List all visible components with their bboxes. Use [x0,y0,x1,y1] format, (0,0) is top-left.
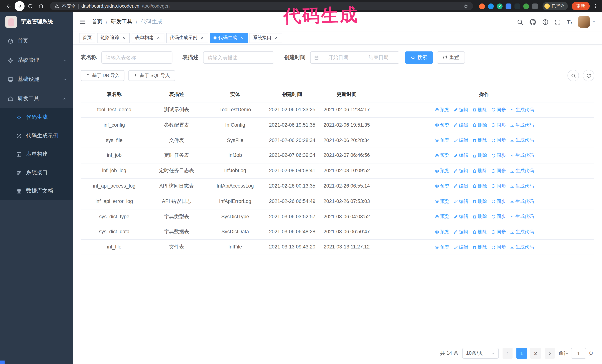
generate-code-link[interactable]: 生成代码 [510,167,534,175]
edit-link[interactable]: 编辑 [453,106,468,114]
generate-code-link[interactable]: 生成代码 [510,106,534,114]
sidebar-subitem[interactable]: 数据库文档 [0,182,73,200]
reload-button[interactable] [25,1,35,11]
paused-badge[interactable]: 已暂停 [543,2,568,10]
edit-link[interactable]: 编辑 [453,228,468,236]
tag[interactable]: 代码生成示例 [166,33,208,43]
edit-link[interactable]: 编辑 [453,122,468,129]
tag-close-icon[interactable] [273,35,279,41]
generate-code-link[interactable]: 生成代码 [510,183,534,190]
edit-link[interactable]: 编辑 [453,243,468,251]
avatar-dropdown[interactable] [578,16,596,28]
page-number-button[interactable]: 1 [516,348,527,359]
address-bar[interactable]: 不安全 dashboard.yudao.iocoder.cn/tool/code… [50,2,473,10]
page-size-select[interactable]: 10条/页 [462,348,499,359]
sync-link[interactable]: 同步 [491,152,506,159]
sync-link[interactable]: 同步 [491,106,506,114]
table-name-input[interactable] [101,52,172,64]
tag[interactable]: 表单构建 [132,33,164,43]
sidebar-subitem[interactable]: 表单构建 [0,145,73,163]
tag-close-icon[interactable] [239,35,244,41]
table-desc-input[interactable] [203,52,274,64]
sidebar-subitem[interactable]: 代码生成 [0,108,73,126]
goto-page-input[interactable] [571,348,586,359]
app-logo[interactable]: 芋道管理系统 [0,12,73,31]
date-range-picker[interactable]: 开始日期 - 结束日期 [310,52,399,64]
delete-link[interactable]: 删除 [472,122,487,129]
edit-link[interactable]: 编辑 [453,198,468,205]
page-number-button[interactable]: 2 [530,348,541,359]
search-button[interactable]: 搜索 [405,52,433,64]
github-icon[interactable] [529,18,536,25]
preview-link[interactable]: 预览 [434,106,449,114]
generate-code-link[interactable]: 生成代码 [510,198,534,205]
font-size-icon[interactable]: TT [567,19,572,25]
generate-code-link[interactable]: 生成代码 [510,243,534,251]
extension-icon[interactable] [479,3,485,9]
preview-link[interactable]: 预览 [434,152,449,159]
tag[interactable]: 首页 [79,33,95,43]
generate-code-link[interactable]: 生成代码 [510,228,534,236]
delete-link[interactable]: 删除 [472,243,487,251]
search-icon[interactable] [516,19,523,25]
preview-link[interactable]: 预览 [434,167,449,175]
delete-link[interactable]: 删除 [472,198,487,205]
delete-link[interactable]: 删除 [472,167,487,175]
browser-menu-icon[interactable] [593,3,598,9]
breadcrumb-home[interactable]: 首页 [92,18,102,25]
prev-page-button[interactable] [503,348,513,359]
fullscreen-icon[interactable] [554,19,561,25]
sync-link[interactable]: 同步 [491,228,506,236]
generate-code-link[interactable]: 生成代码 [510,152,534,159]
forward-button[interactable] [15,1,25,11]
bookmark-star-icon[interactable] [463,4,468,9]
edit-link[interactable]: 编辑 [453,137,468,144]
preview-link[interactable]: 预览 [434,122,449,129]
tag-close-icon[interactable] [199,35,205,41]
preview-link[interactable]: 预览 [434,228,449,236]
generate-code-link[interactable]: 生成代码 [510,213,534,220]
home-button[interactable] [36,1,46,11]
sync-link[interactable]: 同步 [491,243,506,251]
extension-icon[interactable] [488,3,494,9]
generate-code-link[interactable]: 生成代码 [510,122,534,129]
delete-link[interactable]: 删除 [472,183,487,190]
sidebar-item[interactable]: 研发工具 [0,89,73,108]
tag-close-icon[interactable] [155,35,161,41]
tag[interactable]: 系统接口 [249,33,282,43]
delete-link[interactable]: 删除 [472,213,487,220]
help-icon[interactable] [542,19,548,25]
tag[interactable]: 代码生成 [210,33,248,43]
preview-link[interactable]: 预览 [434,213,449,220]
extension-icon[interactable] [514,3,520,9]
edit-link[interactable]: 编辑 [453,213,468,220]
tag[interactable]: 链路追踪 [97,33,130,43]
sync-link[interactable]: 同步 [491,137,506,144]
next-page-button[interactable] [545,348,555,359]
delete-link[interactable]: 删除 [472,106,487,114]
extension-icon[interactable]: V [497,3,503,9]
generate-code-link[interactable]: 生成代码 [510,137,534,144]
sidebar-subitem[interactable]: 系统接口 [0,164,73,182]
preview-link[interactable]: 预览 [434,243,449,251]
extension-icon[interactable] [506,3,511,9]
reset-button[interactable]: 重置 [437,52,465,64]
extension-icon[interactable] [523,3,529,9]
edit-link[interactable]: 编辑 [453,167,468,175]
import-db-button[interactable]: 基于 DB 导入 [81,70,124,81]
sidebar-item[interactable]: 首页 [0,31,73,51]
preview-link[interactable]: 预览 [434,198,449,205]
preview-link[interactable]: 预览 [434,137,449,144]
tag-close-icon[interactable] [121,35,126,41]
refresh-table-button[interactable] [583,70,594,81]
import-sql-button[interactable]: 基于 SQL 导入 [128,70,175,81]
extension-icon[interactable] [532,3,538,9]
sync-link[interactable]: 同步 [491,213,506,220]
toggle-search-button[interactable] [567,70,579,81]
edit-link[interactable]: 编辑 [453,152,468,159]
sidebar-subitem[interactable]: 代码生成示例 [0,127,73,145]
breadcrumb-tools[interactable]: 研发工具 [111,18,132,25]
delete-link[interactable]: 删除 [472,152,487,159]
sync-link[interactable]: 同步 [491,198,506,205]
sync-link[interactable]: 同步 [491,122,506,129]
